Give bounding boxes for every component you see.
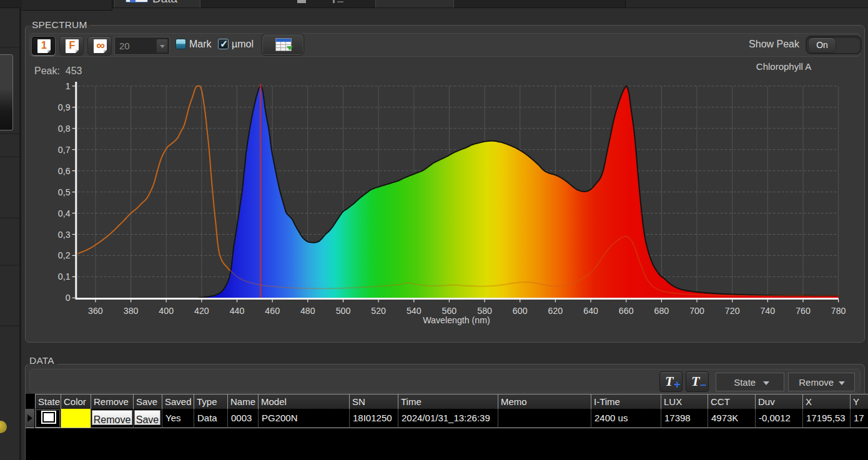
svg-text:560: 560 [442,306,457,316]
svg-text:500: 500 [336,306,351,316]
svg-text:460: 460 [265,306,280,316]
svg-text:480: 480 [300,306,315,316]
svg-text:0,5: 0,5 [58,187,71,197]
svg-text:600: 600 [513,306,528,316]
svg-text:400: 400 [159,306,174,316]
svg-text:740: 740 [760,306,775,316]
svg-text:0: 0 [66,293,71,303]
svg-text:420: 420 [194,306,209,316]
svg-text:680: 680 [654,306,669,316]
svg-text:0,2: 0,2 [58,250,71,260]
svg-text:Wavelength (nm): Wavelength (nm) [423,315,490,325]
svg-text:0,6: 0,6 [58,166,71,176]
svg-text:520: 520 [371,306,386,316]
svg-text:380: 380 [124,306,139,316]
svg-text:0,7: 0,7 [58,145,71,155]
svg-text:720: 720 [725,306,740,316]
svg-text:0,9: 0,9 [58,102,71,112]
svg-text:760: 760 [796,306,811,316]
svg-text:540: 540 [407,306,422,316]
svg-text:700: 700 [689,306,704,316]
svg-text:620: 620 [548,306,563,316]
svg-text:440: 440 [230,306,245,316]
svg-text:640: 640 [583,306,598,316]
svg-text:580: 580 [477,306,492,316]
svg-text:780: 780 [831,306,846,316]
svg-text:360: 360 [88,306,103,316]
svg-text:660: 660 [619,306,634,316]
svg-text:1: 1 [66,81,71,91]
svg-text:0,1: 0,1 [58,272,71,281]
svg-text:0,4: 0,4 [58,208,71,218]
svg-text:0,8: 0,8 [58,124,71,134]
svg-text:0,3: 0,3 [58,230,71,240]
